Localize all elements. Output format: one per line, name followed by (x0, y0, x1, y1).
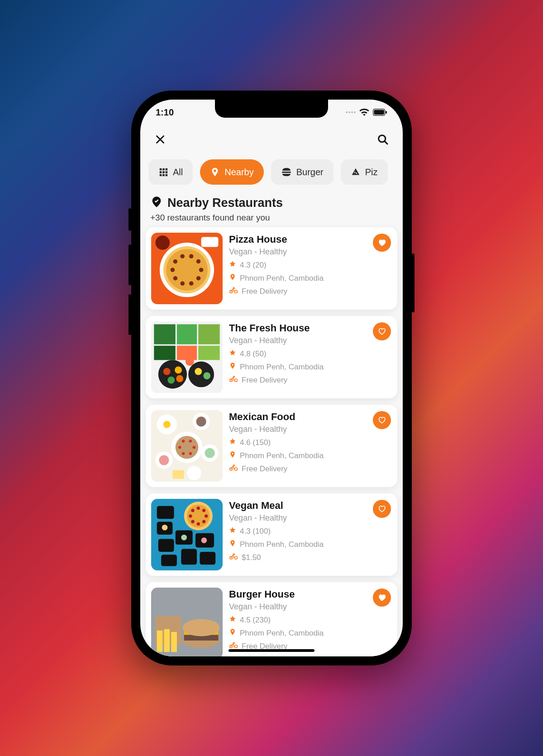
svg-rect-41 (154, 346, 175, 360)
restaurant-name: Burger House (229, 589, 392, 600)
search-button[interactable] (373, 130, 393, 150)
svg-point-45 (163, 368, 171, 375)
svg-point-86 (191, 520, 194, 523)
svg-rect-75 (172, 470, 184, 479)
restaurant-location-row: Phnom Penh, Cambodia (229, 362, 392, 372)
restaurant-name: Mexican Food (229, 411, 392, 423)
svg-point-104 (234, 556, 237, 559)
restaurant-tags: Vegan - Healthy (229, 513, 392, 523)
svg-point-52 (186, 357, 194, 366)
restaurant-delivery-row: Free Delivery (229, 287, 392, 296)
svg-rect-8 (162, 171, 165, 173)
svg-point-102 (232, 541, 233, 543)
svg-point-67 (178, 446, 181, 449)
restaurant-thumbnail (151, 499, 223, 570)
restaurant-tags: Vegan - Healthy (229, 247, 392, 257)
svg-point-88 (191, 509, 194, 512)
svg-point-28 (180, 254, 184, 258)
svg-point-55 (234, 379, 237, 382)
restaurant-delivery: $1.50 (242, 553, 261, 562)
restaurant-location: Phnom Penh, Cambodia (240, 274, 324, 283)
svg-rect-32 (201, 237, 219, 247)
favorite-button[interactable] (373, 234, 391, 252)
restaurant-name: Pizza House (229, 234, 392, 245)
restaurant-location: Phnom Penh, Cambodia (240, 540, 324, 549)
restaurant-location-row: Phnom Penh, Cambodia (229, 628, 392, 638)
svg-point-59 (163, 421, 171, 428)
svg-point-101 (201, 537, 207, 543)
restaurant-location-row: Phnom Penh, Cambodia (229, 451, 392, 460)
favorite-button[interactable] (373, 500, 391, 518)
grid-icon (158, 167, 168, 177)
chip-piz[interactable]: Piz (341, 159, 388, 185)
svg-point-50 (195, 368, 202, 375)
chip-burger[interactable]: Burger (271, 159, 333, 185)
home-indicator[interactable] (229, 649, 314, 652)
chip-label: Piz (365, 167, 378, 177)
svg-point-83 (205, 514, 208, 517)
star-icon (229, 526, 236, 536)
section-title: Nearby Restaurants (167, 196, 283, 210)
restaurant-card[interactable]: Mexican Food Vegan - Healthy 4.6 (150) P… (146, 405, 397, 487)
restaurant-delivery-row: $1.50 (229, 553, 392, 562)
svg-point-73 (205, 448, 215, 458)
category-chips[interactable]: AllNearbyBurgerPiz (140, 156, 403, 188)
svg-point-53 (232, 364, 233, 365)
svg-rect-1 (374, 110, 384, 115)
restaurant-body: Burger House Vegan - Healthy 4.5 (230) P… (229, 588, 392, 656)
svg-point-51 (203, 372, 210, 379)
svg-point-13 (214, 170, 216, 172)
svg-point-117 (234, 645, 237, 648)
restaurant-body: Vegan Meal Vegan - Healthy 4.3 (100) Phn… (229, 499, 392, 570)
favorite-button[interactable] (373, 589, 391, 607)
close-icon (154, 134, 166, 147)
restaurant-list[interactable]: Pizza House Vegan - Healthy 4.3 (20) Phn… (140, 227, 403, 656)
favorite-button[interactable] (373, 322, 391, 340)
restaurant-card[interactable]: Vegan Meal Vegan - Healthy 4.3 (100) Phn… (146, 493, 397, 576)
svg-point-89 (197, 507, 200, 510)
section-subtitle: +30 restaurants found near you (150, 213, 393, 223)
svg-rect-108 (157, 631, 163, 652)
restaurant-delivery: Free Delivery (242, 464, 287, 474)
restaurant-rating-row: 4.3 (20) (229, 260, 392, 270)
svg-rect-42 (177, 346, 197, 360)
restaurant-rating: 4.3 (100) (240, 527, 271, 536)
svg-point-74 (187, 466, 201, 480)
chip-label: All (173, 167, 183, 177)
favorite-button[interactable] (373, 411, 391, 429)
restaurant-tags: Vegan - Healthy (229, 425, 392, 434)
svg-rect-11 (162, 174, 165, 177)
svg-point-61 (196, 416, 206, 426)
phone-screen: 1:10 (140, 100, 403, 656)
restaurant-card[interactable]: Burger House Vegan - Healthy 4.5 (230) P… (146, 582, 397, 656)
svg-rect-12 (166, 174, 168, 177)
svg-point-33 (232, 275, 233, 277)
svg-point-66 (182, 452, 185, 455)
svg-rect-5 (162, 168, 165, 171)
restaurant-delivery-row: Free Delivery (229, 375, 392, 385)
close-button[interactable] (150, 130, 170, 150)
svg-rect-14 (282, 172, 291, 173)
restaurant-delivery: Free Delivery (242, 287, 287, 296)
restaurant-body: Mexican Food Vegan - Healthy 4.6 (150) P… (229, 410, 392, 482)
svg-rect-109 (164, 629, 170, 652)
svg-point-105 (233, 553, 234, 555)
star-icon (229, 615, 236, 625)
restaurant-rating-row: 4.6 (150) (229, 438, 392, 447)
chip-label: Nearby (224, 167, 253, 177)
svg-rect-40 (198, 324, 219, 344)
restaurant-thumbnail (151, 321, 223, 393)
star-icon (229, 438, 236, 447)
restaurant-delivery: Free Delivery (242, 376, 287, 385)
svg-point-90 (202, 509, 205, 512)
svg-point-65 (189, 452, 192, 455)
restaurant-body: Pizza House Vegan - Healthy 4.3 (20) Phn… (229, 233, 392, 304)
bike-icon (229, 287, 238, 296)
chip-all[interactable]: All (148, 159, 193, 185)
chip-nearby[interactable]: Nearby (200, 159, 263, 185)
phone-side-button (129, 294, 131, 335)
restaurant-card[interactable]: Pizza House Vegan - Healthy 4.3 (20) Phn… (146, 227, 397, 310)
svg-point-100 (181, 535, 187, 541)
restaurant-card[interactable]: The Fresh House Vegan - Healthy 4.8 (50)… (146, 316, 397, 398)
svg-rect-43 (198, 346, 219, 360)
